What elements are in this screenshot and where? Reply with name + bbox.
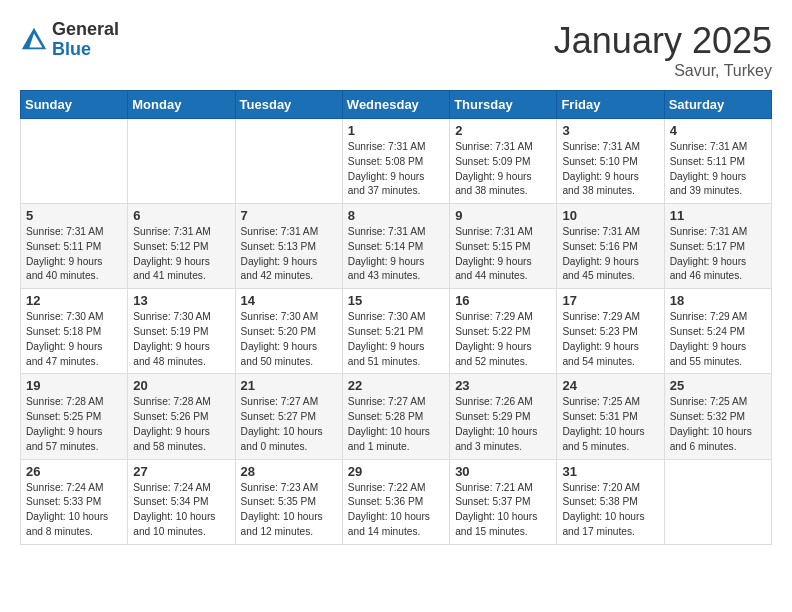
calendar-cell: 18Sunrise: 7:29 AM Sunset: 5:24 PM Dayli… xyxy=(664,289,771,374)
calendar-cell: 13Sunrise: 7:30 AM Sunset: 5:19 PM Dayli… xyxy=(128,289,235,374)
calendar-cell: 17Sunrise: 7:29 AM Sunset: 5:23 PM Dayli… xyxy=(557,289,664,374)
calendar-cell: 30Sunrise: 7:21 AM Sunset: 5:37 PM Dayli… xyxy=(450,459,557,544)
day-info: Sunrise: 7:30 AM Sunset: 5:20 PM Dayligh… xyxy=(241,310,337,369)
calendar-cell: 7Sunrise: 7:31 AM Sunset: 5:13 PM Daylig… xyxy=(235,204,342,289)
day-number: 7 xyxy=(241,208,337,223)
weekday-header-saturday: Saturday xyxy=(664,91,771,119)
day-number: 14 xyxy=(241,293,337,308)
day-number: 18 xyxy=(670,293,766,308)
day-number: 9 xyxy=(455,208,551,223)
day-info: Sunrise: 7:31 AM Sunset: 5:14 PM Dayligh… xyxy=(348,225,444,284)
day-info: Sunrise: 7:23 AM Sunset: 5:35 PM Dayligh… xyxy=(241,481,337,540)
calendar-cell: 11Sunrise: 7:31 AM Sunset: 5:17 PM Dayli… xyxy=(664,204,771,289)
day-number: 28 xyxy=(241,464,337,479)
day-number: 10 xyxy=(562,208,658,223)
day-info: Sunrise: 7:29 AM Sunset: 5:23 PM Dayligh… xyxy=(562,310,658,369)
calendar-cell: 24Sunrise: 7:25 AM Sunset: 5:31 PM Dayli… xyxy=(557,374,664,459)
day-number: 23 xyxy=(455,378,551,393)
day-info: Sunrise: 7:27 AM Sunset: 5:27 PM Dayligh… xyxy=(241,395,337,454)
day-number: 4 xyxy=(670,123,766,138)
calendar-cell: 8Sunrise: 7:31 AM Sunset: 5:14 PM Daylig… xyxy=(342,204,449,289)
day-info: Sunrise: 7:21 AM Sunset: 5:37 PM Dayligh… xyxy=(455,481,551,540)
weekday-header-wednesday: Wednesday xyxy=(342,91,449,119)
day-number: 19 xyxy=(26,378,122,393)
day-info: Sunrise: 7:31 AM Sunset: 5:15 PM Dayligh… xyxy=(455,225,551,284)
calendar-week-row: 12Sunrise: 7:30 AM Sunset: 5:18 PM Dayli… xyxy=(21,289,772,374)
calendar-week-row: 5Sunrise: 7:31 AM Sunset: 5:11 PM Daylig… xyxy=(21,204,772,289)
logo-general-text: General xyxy=(52,20,119,40)
day-number: 11 xyxy=(670,208,766,223)
calendar-cell: 19Sunrise: 7:28 AM Sunset: 5:25 PM Dayli… xyxy=(21,374,128,459)
day-info: Sunrise: 7:24 AM Sunset: 5:34 PM Dayligh… xyxy=(133,481,229,540)
day-number: 26 xyxy=(26,464,122,479)
day-number: 22 xyxy=(348,378,444,393)
calendar-cell: 31Sunrise: 7:20 AM Sunset: 5:38 PM Dayli… xyxy=(557,459,664,544)
logo: General Blue xyxy=(20,20,119,60)
day-info: Sunrise: 7:24 AM Sunset: 5:33 PM Dayligh… xyxy=(26,481,122,540)
weekday-header-friday: Friday xyxy=(557,91,664,119)
day-info: Sunrise: 7:31 AM Sunset: 5:16 PM Dayligh… xyxy=(562,225,658,284)
day-info: Sunrise: 7:26 AM Sunset: 5:29 PM Dayligh… xyxy=(455,395,551,454)
day-number: 20 xyxy=(133,378,229,393)
day-number: 31 xyxy=(562,464,658,479)
day-number: 8 xyxy=(348,208,444,223)
day-info: Sunrise: 7:25 AM Sunset: 5:31 PM Dayligh… xyxy=(562,395,658,454)
calendar-cell: 10Sunrise: 7:31 AM Sunset: 5:16 PM Dayli… xyxy=(557,204,664,289)
day-number: 2 xyxy=(455,123,551,138)
calendar-cell: 12Sunrise: 7:30 AM Sunset: 5:18 PM Dayli… xyxy=(21,289,128,374)
calendar-cell xyxy=(235,119,342,204)
day-number: 24 xyxy=(562,378,658,393)
day-number: 27 xyxy=(133,464,229,479)
logo-text: General Blue xyxy=(52,20,119,60)
day-info: Sunrise: 7:20 AM Sunset: 5:38 PM Dayligh… xyxy=(562,481,658,540)
day-number: 13 xyxy=(133,293,229,308)
day-info: Sunrise: 7:27 AM Sunset: 5:28 PM Dayligh… xyxy=(348,395,444,454)
calendar-cell: 6Sunrise: 7:31 AM Sunset: 5:12 PM Daylig… xyxy=(128,204,235,289)
day-info: Sunrise: 7:29 AM Sunset: 5:22 PM Dayligh… xyxy=(455,310,551,369)
calendar-cell: 22Sunrise: 7:27 AM Sunset: 5:28 PM Dayli… xyxy=(342,374,449,459)
location-subtitle: Savur, Turkey xyxy=(554,62,772,80)
calendar-cell xyxy=(664,459,771,544)
weekday-header-tuesday: Tuesday xyxy=(235,91,342,119)
day-number: 30 xyxy=(455,464,551,479)
calendar-cell: 3Sunrise: 7:31 AM Sunset: 5:10 PM Daylig… xyxy=(557,119,664,204)
calendar-cell: 23Sunrise: 7:26 AM Sunset: 5:29 PM Dayli… xyxy=(450,374,557,459)
day-info: Sunrise: 7:31 AM Sunset: 5:11 PM Dayligh… xyxy=(670,140,766,199)
calendar-cell: 2Sunrise: 7:31 AM Sunset: 5:09 PM Daylig… xyxy=(450,119,557,204)
calendar-cell: 15Sunrise: 7:30 AM Sunset: 5:21 PM Dayli… xyxy=(342,289,449,374)
day-info: Sunrise: 7:31 AM Sunset: 5:09 PM Dayligh… xyxy=(455,140,551,199)
calendar-week-row: 26Sunrise: 7:24 AM Sunset: 5:33 PM Dayli… xyxy=(21,459,772,544)
weekday-header-thursday: Thursday xyxy=(450,91,557,119)
calendar-header-row: SundayMondayTuesdayWednesdayThursdayFrid… xyxy=(21,91,772,119)
day-info: Sunrise: 7:31 AM Sunset: 5:13 PM Dayligh… xyxy=(241,225,337,284)
calendar-cell: 4Sunrise: 7:31 AM Sunset: 5:11 PM Daylig… xyxy=(664,119,771,204)
calendar-cell: 26Sunrise: 7:24 AM Sunset: 5:33 PM Dayli… xyxy=(21,459,128,544)
day-info: Sunrise: 7:31 AM Sunset: 5:11 PM Dayligh… xyxy=(26,225,122,284)
day-number: 5 xyxy=(26,208,122,223)
day-number: 21 xyxy=(241,378,337,393)
day-info: Sunrise: 7:31 AM Sunset: 5:08 PM Dayligh… xyxy=(348,140,444,199)
day-info: Sunrise: 7:30 AM Sunset: 5:21 PM Dayligh… xyxy=(348,310,444,369)
calendar-cell: 9Sunrise: 7:31 AM Sunset: 5:15 PM Daylig… xyxy=(450,204,557,289)
day-info: Sunrise: 7:30 AM Sunset: 5:19 PM Dayligh… xyxy=(133,310,229,369)
calendar-cell: 25Sunrise: 7:25 AM Sunset: 5:32 PM Dayli… xyxy=(664,374,771,459)
calendar-cell: 1Sunrise: 7:31 AM Sunset: 5:08 PM Daylig… xyxy=(342,119,449,204)
day-info: Sunrise: 7:30 AM Sunset: 5:18 PM Dayligh… xyxy=(26,310,122,369)
day-info: Sunrise: 7:28 AM Sunset: 5:26 PM Dayligh… xyxy=(133,395,229,454)
title-block: January 2025 Savur, Turkey xyxy=(554,20,772,80)
calendar-cell: 20Sunrise: 7:28 AM Sunset: 5:26 PM Dayli… xyxy=(128,374,235,459)
calendar-cell xyxy=(21,119,128,204)
weekday-header-monday: Monday xyxy=(128,91,235,119)
calendar-table: SundayMondayTuesdayWednesdayThursdayFrid… xyxy=(20,90,772,545)
day-number: 3 xyxy=(562,123,658,138)
calendar-week-row: 19Sunrise: 7:28 AM Sunset: 5:25 PM Dayli… xyxy=(21,374,772,459)
day-number: 25 xyxy=(670,378,766,393)
logo-blue-text: Blue xyxy=(52,40,119,60)
month-year-title: January 2025 xyxy=(554,20,772,62)
day-info: Sunrise: 7:28 AM Sunset: 5:25 PM Dayligh… xyxy=(26,395,122,454)
day-info: Sunrise: 7:25 AM Sunset: 5:32 PM Dayligh… xyxy=(670,395,766,454)
day-number: 12 xyxy=(26,293,122,308)
day-number: 1 xyxy=(348,123,444,138)
calendar-cell: 28Sunrise: 7:23 AM Sunset: 5:35 PM Dayli… xyxy=(235,459,342,544)
calendar-cell: 29Sunrise: 7:22 AM Sunset: 5:36 PM Dayli… xyxy=(342,459,449,544)
